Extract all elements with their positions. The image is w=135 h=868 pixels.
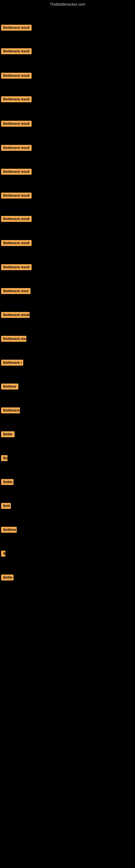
bottleneck-badge-23[interactable]: B (1, 551, 5, 557)
site-title: TheBottlenecker.com (0, 0, 135, 9)
bottleneck-badge-1[interactable]: Bottleneck result (1, 25, 32, 31)
bottleneck-badge-14[interactable]: Bottleneck resul (1, 336, 27, 342)
bottleneck-badge-22[interactable]: Bottlene (1, 527, 17, 533)
bottleneck-badge-6[interactable]: Bottleneck result (1, 145, 32, 151)
badge-row-5: Bottleneck result (1, 121, 32, 128)
bottleneck-badge-5[interactable]: Bottleneck result (1, 121, 32, 127)
badge-row-17: Bottleneck (1, 407, 20, 414)
bottleneck-badge-19[interactable]: Bo (1, 455, 8, 461)
bottleneck-badge-3[interactable]: Bottleneck result (1, 73, 32, 79)
bottleneck-badge-8[interactable]: Bottleneck result (1, 193, 32, 198)
bottleneck-badge-11[interactable]: Bottleneck result (1, 264, 32, 270)
badges-container: Bottleneck resultBottleneck resultBottle… (0, 9, 135, 868)
badge-row-21: Bott (1, 503, 11, 510)
bottleneck-badge-2[interactable]: Bottleneck result (1, 48, 32, 54)
badge-row-22: Bottlene (1, 527, 17, 534)
badge-row-7: Bottleneck result (1, 169, 32, 176)
badge-row-16: Bottlene (1, 383, 18, 391)
bottleneck-badge-20[interactable]: Bottle (1, 479, 13, 485)
badge-row-18: Bottle (1, 431, 14, 438)
bottleneck-badge-24[interactable]: Bottle (1, 575, 13, 581)
badge-row-1: Bottleneck result (1, 25, 32, 32)
badge-row-3: Bottleneck result (1, 73, 32, 80)
badge-row-8: Bottleneck result (1, 193, 32, 199)
bottleneck-badge-18[interactable]: Bottle (1, 431, 14, 437)
badge-row-6: Bottleneck result (1, 145, 32, 152)
badge-row-20: Bottle (1, 479, 13, 486)
bottleneck-badge-21[interactable]: Bott (1, 503, 11, 509)
bottleneck-badge-12[interactable]: Bottleneck resul (1, 288, 31, 294)
badge-row-2: Bottleneck result (1, 48, 32, 55)
badge-row-10: Bottleneck result (1, 240, 32, 247)
badge-row-15: Bottleneck r (1, 360, 23, 367)
bottleneck-badge-16[interactable]: Bottlene (1, 383, 18, 390)
bottleneck-badge-10[interactable]: Bottleneck result (1, 240, 32, 246)
bottleneck-badge-9[interactable]: Bottleneck result (1, 216, 32, 222)
badge-row-4: Bottleneck result (1, 96, 32, 103)
badge-row-24: Bottle (1, 575, 13, 582)
badge-row-12: Bottleneck resul (1, 288, 31, 295)
bottleneck-badge-4[interactable]: Bottleneck result (1, 96, 32, 102)
badge-row-11: Bottleneck result (1, 264, 32, 271)
bottleneck-badge-17[interactable]: Bottleneck (1, 407, 20, 413)
bottleneck-badge-15[interactable]: Bottleneck r (1, 360, 23, 366)
badge-row-9: Bottleneck result (1, 216, 32, 223)
badge-row-13: Bottleneck result (1, 312, 30, 319)
badge-row-19: Bo (1, 455, 8, 462)
bottleneck-badge-7[interactable]: Bottleneck result (1, 169, 32, 175)
badge-row-23: B (1, 551, 5, 558)
badge-row-14: Bottleneck resul (1, 336, 27, 343)
bottleneck-badge-13[interactable]: Bottleneck result (1, 312, 30, 318)
